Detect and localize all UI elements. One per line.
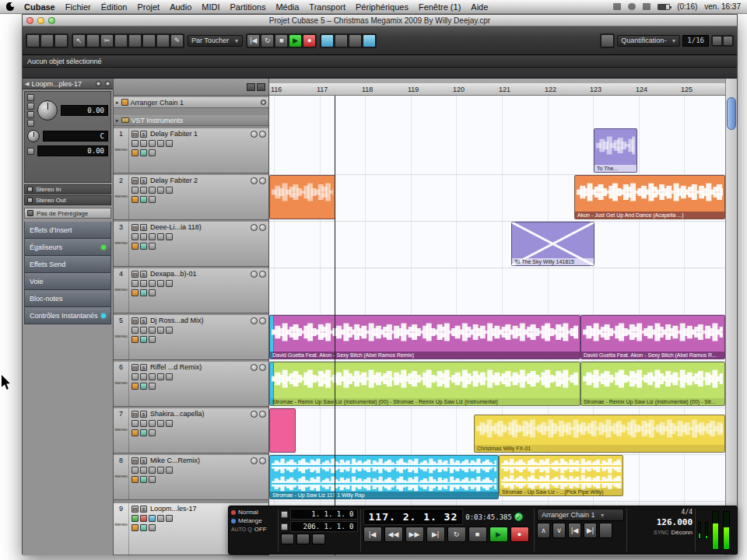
punch-in-button[interactable] [281,511,288,518]
solo-button[interactable]: s [140,177,147,184]
inserts-state-button[interactable] [140,140,147,147]
track-name[interactable]: Delay Fabiter 1 [150,130,247,138]
arranger-first-button[interactable]: |◀ [568,523,581,538]
freeze-button[interactable] [166,467,173,474]
bluetooth-status-icon[interactable] [643,3,651,10]
display-status-icon[interactable] [613,3,621,10]
audio-clip[interactable]: ▂▅▃▇▂▄▆▃▁▅▇▃▂▆▄▇▁▃▅▂▇▄▂▆▃▅▁▇▃▅▂▄▆▁▅▃▇▂▄▆… [269,455,499,499]
locator-option-button[interactable] [281,534,294,544]
mute-button[interactable]: m [132,224,139,231]
mute-button[interactable]: m [132,131,139,138]
time-display[interactable]: 0:03:45.385 [465,513,512,521]
sends-state-button[interactable] [157,280,164,287]
locator-option-button[interactable] [312,534,325,544]
solo-button[interactable]: s [140,131,147,138]
volume-knob[interactable] [37,100,58,121]
menubar-clock[interactable]: ven. 16:37 [704,2,741,11]
event-lanes[interactable]: ▂▅▃▇▂▄▆▃▁▅▇▃▂▆▄▇▁▃▅▂▇▄▂▆▃▅▁▇▃▅▂▄▆▁▅▃▇▂▄▆… [269,96,725,555]
lock-button[interactable] [149,243,156,250]
color-picker-button[interactable] [601,34,614,47]
arranger-next-button[interactable]: ∨ [552,523,566,538]
zoom-tool[interactable] [142,34,156,47]
menu-aide[interactable]: Aide [471,2,488,12]
eq-state-button[interactable] [149,187,156,194]
autoscroll-button[interactable] [321,34,334,47]
audio-clip[interactable]: ▂▅▃▇▂▄▆▃▁▅▇▃▂▆▄▇▁▃▅▂▇▄▂▆▃▅▁▇▃▅▂▄▆▁▅▃▇▂▄▆… [269,315,580,359]
play-button[interactable]: ▶ [289,34,302,47]
track-row-7[interactable]: 7stereo msShakira...capella) [114,408,268,453]
timebase-icon[interactable] [140,243,147,250]
musical-mode-icon[interactable] [132,524,139,531]
pan-value[interactable]: C [43,131,108,142]
menu-midi[interactable]: MIDI [202,2,219,12]
audio-clip[interactable]: ▂▅▃▇▂▄▆▃▁▅▇▃▂▆▄▇▁▃▅▂▇▄▂▆▃▅▁▇▃▅▂▄▆▁▅▃▇▂▄▆… [594,128,637,173]
glue-tool[interactable] [114,34,128,47]
freeze-button[interactable] [166,515,173,522]
audio-clip[interactable]: To The Sky Willy 141815 [511,222,594,266]
freeze-button[interactable] [166,373,173,380]
solo-button[interactable]: s [140,457,147,464]
record-button[interactable]: ● [510,527,529,542]
track-row-3[interactable]: 3stereo msDeee-Li...ia 118) [114,222,268,267]
rewind-button[interactable]: ◀◀ [384,527,403,542]
lock-button[interactable] [149,336,156,343]
freeze-button[interactable] [166,327,173,334]
track-name[interactable]: Dj Ross...ad Mix) [150,317,247,324]
eq-state-button[interactable] [149,327,156,334]
inspector-section-sends[interactable]: Effets Send [24,256,111,273]
locator-option-button[interactable] [296,534,310,544]
solo-button[interactable]: s [140,411,147,418]
track-row-2[interactable]: 2stereo msDelay Fabiter 2 [114,175,268,220]
edit-channel-button[interactable] [132,420,139,427]
monitor-icon[interactable] [105,81,110,86]
inserts-state-button[interactable] [140,327,147,334]
musical-mode-icon[interactable] [132,289,139,296]
record-arm-button[interactable] [251,411,258,418]
goto-start-button[interactable]: |◀ [363,527,382,542]
menu-cubase[interactable]: Cubase [24,2,55,12]
track-name[interactable]: Deee-Li...ia 118) [150,223,247,231]
audio-clip[interactable]: ▂▅▃▇▂▄▆▃▁▅▇▃▂▆▄▇▁▃▅▂▇▄▂▆▃▅▁▇▃▅▂▄▆▁▅▃▇▂▄▆… [574,175,725,219]
musical-mode-icon[interactable] [132,383,139,390]
edit-channel-button[interactable] [132,187,139,194]
object-selection-tool[interactable]: ↖ [72,34,86,47]
audio-clip[interactable]: ▂▅▃▇▂▄▆▃▁▅▇▃▂▆▄▇▁▃▅▂▇▄▂▆▃▅▁▇▃▅▂▄▆▁▅▃▇▂▄▆… [269,362,580,406]
menu-peripheriques[interactable]: Périphériques [356,2,409,12]
monitor-button[interactable] [259,224,266,231]
expand-icon[interactable]: ▸ [116,100,119,106]
track-row-4[interactable]: 4stereo msDexapa...b)-01 [114,268,268,313]
read-automation-button[interactable] [27,111,34,118]
record-arm-button[interactable] [251,364,258,371]
erase-tool[interactable] [128,34,142,47]
arranger-activate-button[interactable] [599,523,612,538]
scrollbar-thumb[interactable] [727,97,736,130]
record-arm-button[interactable] [251,271,258,278]
monitor-button[interactable] [259,411,266,418]
overview-toggle-button[interactable] [54,34,68,47]
solo-button[interactable]: s [140,317,147,324]
forward-button[interactable]: ▶▶ [405,527,424,542]
arranger-activate-icon[interactable] [261,100,266,105]
auto-quantize-value[interactable]: OFF [254,526,267,533]
edit-channel-button[interactable] [132,373,139,380]
range-selection-tool[interactable] [86,34,100,47]
position-display[interactable]: 117. 2. 1. 32 [363,509,464,525]
eq-state-button[interactable] [149,467,156,474]
monitor-button[interactable] [259,271,266,278]
pan-knob[interactable] [27,130,40,142]
menu-media[interactable]: Média [275,2,299,12]
freeze-button[interactable] [166,140,173,147]
mute-button[interactable]: m [132,177,139,184]
record-button[interactable]: ● [303,34,316,47]
menu-fichier[interactable]: Fichier [65,2,91,12]
sends-state-button[interactable] [157,373,164,380]
mute-button[interactable]: m [132,457,139,464]
cycle-button[interactable]: ↻ [447,527,466,542]
sends-state-button[interactable] [157,233,164,240]
zoom-out-button[interactable] [712,36,722,46]
eq-state-button[interactable] [149,233,156,240]
time-signature-value[interactable]: 4/4 [682,509,693,516]
record-arm-button[interactable] [251,177,258,184]
mute-button[interactable]: m [132,271,139,278]
timebase-icon[interactable] [140,476,147,483]
